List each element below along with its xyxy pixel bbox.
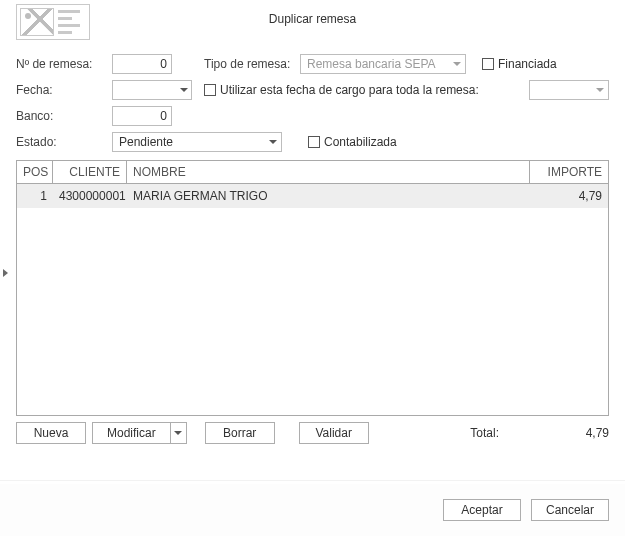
chevron-right-icon[interactable]	[0, 266, 10, 280]
dialog-footer: Aceptar Cancelar	[0, 484, 625, 536]
modificar-button[interactable]: Modificar	[92, 422, 171, 444]
cell-nombre: MARIA GERMAN TRIGO	[127, 189, 530, 203]
col-importe-header[interactable]: IMPORTE	[530, 161, 608, 183]
nueva-button[interactable]: Nueva	[16, 422, 86, 444]
estado-value: Pendiente	[119, 135, 173, 149]
table-row[interactable]: 1 4300000001 MARIA GERMAN TRIGO 4,79	[17, 184, 608, 208]
tipo-remesa-value: Remesa bancaria SEPA	[307, 57, 436, 71]
checkbox-box-icon	[308, 136, 320, 148]
grid-body: 1 4300000001 MARIA GERMAN TRIGO 4,79	[17, 184, 608, 415]
dialog-title: Duplicar remesa	[16, 6, 609, 26]
cell-cliente: 4300000001	[53, 189, 127, 203]
contabilizada-checkbox[interactable]: Contabilizada	[308, 135, 397, 149]
tipo-remesa-combo[interactable]: Remesa bancaria SEPA	[300, 54, 466, 74]
header-image-placeholder	[16, 4, 90, 40]
checkbox-box-icon	[204, 84, 216, 96]
banco-input[interactable]	[112, 106, 172, 126]
chevron-down-icon	[265, 133, 281, 151]
n-remesa-label: Nº de remesa:	[16, 57, 110, 71]
usar-fecha-checkbox[interactable]: Utilizar esta fecha de cargo para toda l…	[204, 83, 479, 97]
usar-fecha-label: Utilizar esta fecha de cargo para toda l…	[220, 83, 479, 97]
checkbox-box-icon	[482, 58, 494, 70]
total-value: 4,79	[549, 426, 609, 440]
placeholder-image-icon	[20, 8, 54, 36]
total-label: Total:	[470, 426, 499, 440]
banco-label: Banco:	[16, 109, 110, 123]
cell-importe: 4,79	[530, 189, 608, 203]
estado-label: Estado:	[16, 135, 110, 149]
borrar-button[interactable]: Borrar	[205, 422, 275, 444]
fecha-input[interactable]	[112, 80, 192, 100]
col-nombre-header[interactable]: NOMBRE	[127, 161, 530, 183]
grid-header: POS CLIENTE NOMBRE IMPORTE	[17, 161, 608, 184]
cell-pos: 1	[17, 189, 53, 203]
chevron-down-icon	[449, 55, 465, 73]
n-remesa-input[interactable]	[112, 54, 172, 74]
col-pos-header[interactable]: POS	[17, 161, 53, 183]
financiada-checkbox[interactable]: Financiada	[482, 57, 557, 71]
chevron-down-icon	[592, 81, 608, 99]
placeholder-lines-icon	[58, 8, 80, 36]
aceptar-button[interactable]: Aceptar	[443, 499, 521, 521]
contabilizada-label: Contabilizada	[324, 135, 397, 149]
lines-grid: POS CLIENTE NOMBRE IMPORTE 1 4300000001 …	[16, 160, 609, 416]
financiada-label: Financiada	[498, 57, 557, 71]
validar-button[interactable]: Validar	[299, 422, 369, 444]
cancelar-button[interactable]: Cancelar	[531, 499, 609, 521]
estado-combo[interactable]: Pendiente	[112, 132, 282, 152]
fecha-cargo-combo[interactable]	[529, 80, 609, 100]
modificar-dropdown-button[interactable]	[171, 422, 187, 444]
col-cliente-header[interactable]: CLIENTE	[53, 161, 127, 183]
fecha-label: Fecha:	[16, 83, 110, 97]
tipo-remesa-label: Tipo de remesa:	[204, 57, 298, 71]
